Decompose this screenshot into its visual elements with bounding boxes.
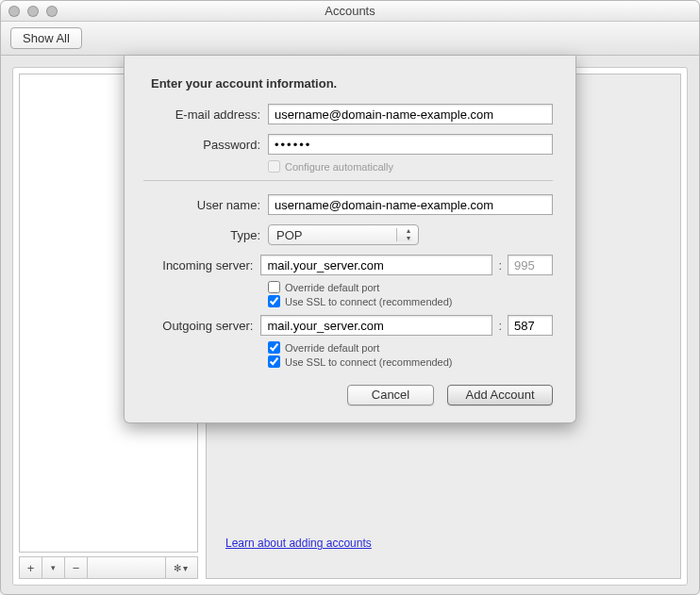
outgoing-ssl-checkbox[interactable] bbox=[268, 355, 280, 368]
preferences-window: Accounts Show All Learn about adding acc… bbox=[0, 0, 700, 595]
titlebar: Accounts bbox=[1, 1, 699, 22]
window-title: Accounts bbox=[8, 4, 692, 18]
configure-auto-label: Configure automatically bbox=[285, 161, 393, 173]
outgoing-port-field[interactable] bbox=[508, 315, 553, 336]
gear-icon[interactable] bbox=[165, 557, 197, 578]
port-separator-2: : bbox=[498, 319, 502, 333]
type-label: Type: bbox=[143, 228, 260, 242]
incoming-label: Incoming server: bbox=[143, 258, 253, 273]
password-label: Password: bbox=[143, 138, 260, 152]
cancel-button[interactable]: Cancel bbox=[347, 385, 434, 405]
zoom-icon[interactable] bbox=[46, 6, 58, 17]
show-all-button[interactable]: Show All bbox=[10, 27, 82, 49]
username-field[interactable] bbox=[268, 194, 553, 215]
add-account-button[interactable]: Add Account bbox=[447, 385, 553, 405]
outgoing-ssl-label: Use SSL to connect (recommended) bbox=[285, 356, 453, 368]
type-value: POP bbox=[276, 228, 302, 242]
traffic-lights bbox=[8, 6, 58, 17]
separator bbox=[143, 180, 553, 181]
close-icon[interactable] bbox=[8, 6, 20, 17]
incoming-ssl-checkbox[interactable] bbox=[268, 295, 280, 307]
account-list-footer bbox=[19, 556, 198, 579]
outgoing-override-label: Override default port bbox=[285, 342, 379, 354]
outgoing-override-checkbox[interactable] bbox=[268, 341, 280, 354]
minimize-icon[interactable] bbox=[27, 6, 39, 17]
add-account-menu-icon[interactable] bbox=[42, 557, 65, 578]
add-account-sheet: Enter your account information. E-mail a… bbox=[124, 56, 576, 423]
incoming-port-field bbox=[508, 255, 553, 275]
password-field[interactable] bbox=[268, 134, 553, 155]
incoming-ssl-label: Use SSL to connect (recommended) bbox=[285, 296, 453, 307]
outgoing-label: Outgoing server: bbox=[143, 319, 253, 333]
add-account-icon[interactable] bbox=[20, 557, 42, 578]
port-separator: : bbox=[498, 258, 502, 273]
incoming-server-field[interactable] bbox=[260, 255, 492, 275]
incoming-override-label: Override default port bbox=[285, 282, 379, 293]
type-select[interactable]: POP ▴▾ bbox=[268, 224, 419, 245]
username-label: User name: bbox=[143, 198, 260, 212]
incoming-override-checkbox[interactable] bbox=[268, 281, 280, 293]
sheet-heading: Enter your account information. bbox=[151, 76, 553, 91]
chevron-updown-icon: ▴▾ bbox=[407, 227, 410, 242]
outgoing-server-field[interactable] bbox=[260, 315, 492, 336]
remove-account-icon[interactable] bbox=[65, 557, 88, 578]
learn-link[interactable]: Learn about adding accounts bbox=[225, 537, 372, 550]
toolbar: Show All bbox=[1, 22, 699, 56]
email-label: E-mail address: bbox=[143, 107, 260, 122]
email-field[interactable] bbox=[268, 104, 553, 124]
configure-auto-checkbox bbox=[268, 160, 280, 173]
